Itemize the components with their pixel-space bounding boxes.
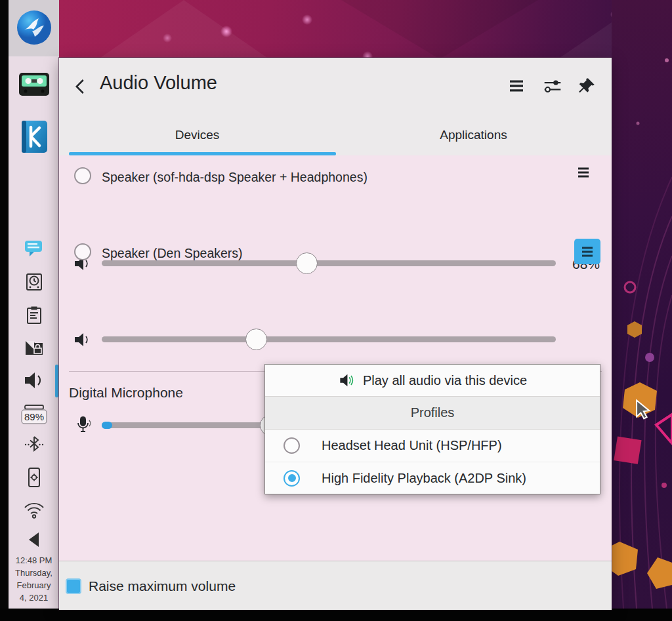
profile-option-headset[interactable]: Headset Head Unit (HSP/HFP) [265,430,600,462]
pin-popup-button[interactable] [577,76,597,96]
clock-month: February [9,579,59,591]
falkon-browser-icon[interactable] [9,10,59,45]
devices-list: Speaker (sof-hda-dsp Speaker + Headphone… [59,155,612,561]
screen-edge-strip [0,0,9,621]
device-default-radio[interactable] [74,243,91,260]
battery-tray-icon[interactable]: 89% [9,404,59,425]
menu-item-play-all[interactable]: Play all audio via this device [265,365,600,397]
kde-connect-tray-icon[interactable] [9,467,59,488]
desktop-screen: 89% [0,0,672,621]
device-menu-button[interactable] [574,165,593,183]
volume-slider-handle[interactable] [245,329,267,350]
panel-collapse-arrow-icon[interactable] [9,531,59,548]
radio-unchecked [284,437,300,454]
menu-section-profiles: Profiles [265,397,600,430]
profile-label: High Fidelity Playback (A2DP Sink) [322,471,526,486]
chat-tray-icon[interactable] [9,239,59,259]
volume-slider[interactable] [102,260,556,266]
active-tray-indicator [55,365,58,397]
clock-day-year: 4, 2021 [9,591,59,604]
backup-disk-tray-icon[interactable] [9,273,59,291]
tab-devices[interactable]: Devices [59,118,335,152]
microphone-slider-fill [102,422,112,429]
battery-percent-label: 89% [24,411,43,422]
clock-weekday: Thursday, [9,567,59,579]
wallpaper-facet [98,0,269,59]
footer-bar: Raise maximum volume [59,561,612,610]
audio-volume-tray-icon[interactable] [9,370,59,391]
mixer-sliders-icon [542,76,563,96]
pin-icon [577,76,597,96]
wifi-tray-icon[interactable] [9,500,59,519]
device-name: Speaker (Den Speakers) [102,246,243,261]
applet-title: Audio Volume [100,72,217,94]
radio-checked [284,470,300,487]
volume-slider[interactable] [102,336,556,342]
back-chevron-icon [71,77,91,96]
back-button[interactable] [71,77,91,96]
device-context-menu: Play all audio via this device Profiles … [264,364,600,494]
configure-audio-button[interactable] [542,76,562,96]
raise-max-volume-checkbox[interactable] [66,578,81,594]
overflow-menu-button[interactable] [507,76,526,96]
speaker-icon [74,331,92,351]
vertical-taskbar: 89% [9,0,59,609]
microphone-icon [75,415,94,436]
hamburger-menu-icon [574,165,593,180]
bottom-panel-strip [0,609,672,621]
device-default-radio[interactable] [74,167,91,184]
wallpaper-facet [341,0,538,59]
volume-slider-handle[interactable] [296,252,318,274]
wallpaper-top [59,0,672,59]
clock-calendar[interactable]: 12:48 PM Thursday, February 4, 2021 [9,554,59,604]
device-menu-button-active[interactable] [574,239,600,264]
profile-label: Headset Head Unit (HSP/HFP) [322,438,502,453]
mouse-cursor [632,398,654,420]
hamburger-menu-icon [579,244,596,260]
profile-option-a2dp[interactable]: High Fidelity Playback (A2DP Sink) [265,462,600,494]
menu-item-label: Play all audio via this device [363,373,527,388]
kile-app-icon[interactable] [9,120,59,153]
wallpaper-shapes [612,0,672,609]
vault-tray-icon[interactable] [9,338,59,357]
audio-volume-applet: Audio Volume Devices Applications Speake… [59,58,612,610]
hamburger-menu-icon [507,76,526,96]
microphone-name: Digital Microphone [69,385,183,401]
tab-applications[interactable]: Applications [335,118,612,152]
clipboard-tray-icon[interactable] [9,306,59,325]
bluetooth-tray-icon[interactable] [9,435,59,455]
cassette-app-icon[interactable] [9,72,59,96]
wallpaper-right [612,0,672,609]
device-name: Speaker (sof-hda-dsp Speaker + Headphone… [102,170,368,185]
raise-max-volume-label: Raise maximum volume [89,578,236,594]
speaker-playing-icon [338,372,356,388]
clock-time: 12:48 PM [9,554,59,567]
